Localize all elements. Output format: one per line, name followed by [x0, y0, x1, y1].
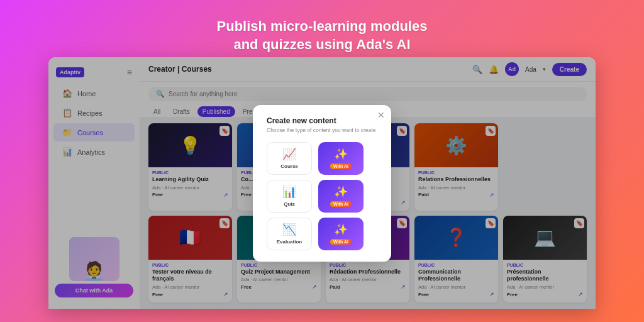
modal-title: Create new content: [267, 116, 377, 125]
course-ai-icon: ✨: [334, 147, 348, 161]
evaluation-option-label: Evaluation: [277, 239, 302, 245]
modal-overlay[interactable]: ✕ Create new content Choose the type of …: [140, 57, 596, 309]
create-quiz-option[interactable]: 📊 Quiz: [267, 180, 312, 213]
create-quiz-ai-option[interactable]: ✨ With AI: [318, 180, 364, 213]
quiz-option-label: Quiz: [284, 201, 294, 207]
main-content: Creator | Courses 🔍 🔔 Ad Ada ▾ Create 🔍 …: [140, 57, 596, 309]
with-ai-badge: With AI: [330, 164, 352, 169]
modal-options: 📈 Course ✨ With AI 📊 Quiz: [267, 142, 377, 250]
course-option-icon: 📈: [282, 147, 296, 161]
create-content-modal: ✕ Create new content Choose the type of …: [253, 105, 391, 262]
create-course-option[interactable]: 📈 Course: [267, 142, 312, 175]
modal-row-2: 📊 Quiz ✨ With AI: [267, 180, 377, 213]
quiz-ai-badge: With AI: [330, 201, 352, 207]
modal-row-1: 📈 Course ✨ With AI: [267, 142, 377, 175]
create-course-ai-option[interactable]: ✨ With AI: [318, 142, 364, 175]
hero-title: Publish micro-learning modules and quizz…: [217, 9, 428, 57]
evaluation-option-icon: 📉: [282, 223, 296, 236]
app-window: Adaptiv ≡ 🏠 Home 📋 Recipes 📁 Courses 📊 A…: [48, 57, 596, 309]
evaluation-ai-icon: ✨: [334, 223, 348, 236]
modal-close-button[interactable]: ✕: [377, 110, 385, 120]
modal-subtitle: Choose the type of content you want to c…: [267, 127, 377, 133]
quiz-option-icon: 📊: [282, 185, 296, 199]
modal-row-3: 📉 Evaluation ✨ With AI: [267, 218, 377, 250]
create-evaluation-ai-option[interactable]: ✨ With AI: [318, 218, 364, 250]
evaluation-ai-badge: With AI: [330, 239, 352, 245]
create-evaluation-option[interactable]: 📉 Evaluation: [267, 218, 312, 250]
quiz-ai-icon: ✨: [334, 185, 348, 199]
course-option-label: Course: [280, 164, 298, 169]
